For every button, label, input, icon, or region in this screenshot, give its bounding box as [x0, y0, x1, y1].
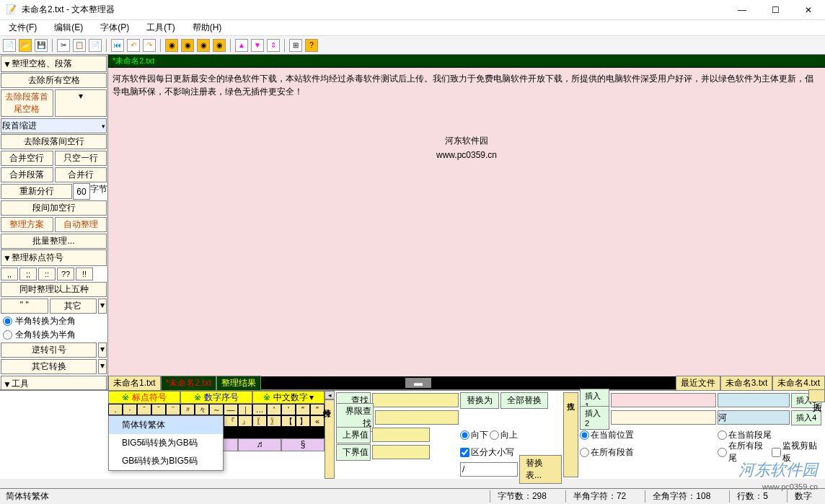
btn-auto-format[interactable]: 自动整理 [55, 217, 107, 232]
rb-cur-end[interactable] [718, 430, 727, 440]
paste-icon[interactable]: 📄 [89, 39, 102, 52]
char-cell[interactable]: ' [281, 404, 296, 415]
cut-icon[interactable]: ✂ [57, 39, 70, 52]
vert-insert-edge[interactable]: 插入 [808, 389, 825, 402]
nav2-icon[interactable]: ◉ [181, 39, 194, 52]
btn-merge-blank[interactable]: 合并空行 [1, 151, 53, 166]
file-tab-3[interactable]: 未命名3.txt [720, 376, 773, 391]
grid-tab-num[interactable]: ※ 数字序号 [180, 391, 252, 404]
char-cell[interactable]: 〖 [252, 415, 267, 427]
input-find[interactable] [372, 393, 459, 407]
dd-indent[interactable]: 段首缩进▾ [1, 118, 107, 133]
file-tab-2[interactable]: *未命名2.txt [161, 376, 216, 391]
btn-merge-para[interactable]: 合并段落 [1, 167, 53, 182]
btn-reverse-quote[interactable]: 逆转引号 [1, 342, 97, 358]
copy-icon[interactable]: 📋 [73, 39, 86, 52]
input-split-bytes[interactable] [73, 183, 90, 200]
btn-add-blank-between[interactable]: 段间加空行 [1, 200, 107, 216]
nav4-icon[interactable]: ◉ [213, 39, 226, 52]
maximize-button[interactable]: ☐ [764, 5, 786, 15]
btn-replace-all[interactable]: 全部替换 [500, 392, 548, 409]
dd-otherconv[interactable]: ▾ [98, 359, 107, 374]
menu-edit[interactable]: 编辑(E) [51, 20, 86, 35]
btn-other-convert[interactable]: 其它转换 [1, 359, 97, 374]
char-cell[interactable]: 『 [224, 415, 238, 427]
rb-pos-all[interactable] [580, 448, 589, 457]
btn-punc-all[interactable]: 同时整理以上五种 [1, 282, 107, 297]
ctx-big5-to-gb[interactable]: BIG5码转换为GB码 [109, 434, 223, 452]
btn-insert2[interactable]: 插入2 [580, 406, 609, 430]
nav1-icon[interactable]: ◉ [165, 39, 178, 52]
input-bfind[interactable] [375, 410, 459, 425]
btn-remove-para-spaces[interactable]: 去除段落首尾空格 [1, 89, 53, 117]
music-cell[interactable]: § [281, 438, 325, 451]
rb-half-to-full[interactable] [3, 317, 12, 326]
char-cell[interactable]: 』 [238, 415, 252, 427]
dd-other[interactable]: ▾ [98, 299, 107, 314]
file-tab-result[interactable]: 整理结果 [216, 376, 261, 391]
char-cell[interactable]: ' [267, 404, 281, 415]
btn-replace-table[interactable]: 替换表... [519, 455, 562, 484]
minimize-button[interactable]: — [731, 5, 753, 15]
section-tools[interactable]: ▼工具 [1, 376, 107, 389]
char-cell[interactable]: ～ [209, 404, 224, 415]
btn-other-punc[interactable]: 其它 [50, 299, 97, 314]
input-ins1[interactable] [611, 393, 716, 407]
input-upper[interactable] [372, 428, 430, 442]
char-cell[interactable]: — [224, 404, 238, 415]
input-lower[interactable] [372, 445, 430, 459]
rb-up[interactable] [490, 430, 499, 440]
dd-revquote[interactable]: ▾ [98, 342, 107, 358]
cb-monitor[interactable] [772, 448, 781, 457]
save-icon[interactable]: 💾 [35, 39, 48, 52]
char-cell[interactable]: 〗 [267, 415, 281, 427]
char-cell[interactable]: … [252, 404, 267, 415]
menu-file[interactable]: 文件(F) [6, 20, 40, 35]
ctx-simp-to-trad[interactable]: 简体转繁体 [109, 416, 223, 434]
punc-exclaim[interactable]: !! [76, 268, 93, 280]
char-cell[interactable]: « [310, 415, 325, 427]
btn-batch[interactable]: 批量整理... [1, 234, 107, 249]
rb-down[interactable] [460, 430, 469, 440]
undo-icon[interactable]: ↶ [127, 39, 140, 52]
char-cell[interactable]: · [123, 404, 137, 415]
btn-remove-all-spaces[interactable]: 去除所有空格 [1, 73, 107, 88]
open-icon[interactable]: 📂 [19, 39, 32, 52]
char-cell[interactable]: " [310, 404, 325, 415]
redo-icon[interactable]: ↷ [143, 39, 156, 52]
sort-icon[interactable]: ⇕ [267, 39, 280, 52]
music-cell[interactable]: ♬ [238, 438, 281, 451]
cb-case[interactable] [460, 448, 469, 457]
rb-all-end[interactable] [718, 448, 727, 457]
char-cell[interactable]: ｜ [238, 404, 252, 415]
rb-full-to-half[interactable] [3, 330, 12, 340]
btn-replace[interactable]: 替换为 [460, 392, 499, 409]
file-tab-4[interactable]: 未命名4.txt [772, 376, 825, 391]
char-cell[interactable]: ˉ [137, 404, 151, 415]
file-tab-1[interactable]: 未命名1.txt [108, 376, 161, 391]
punc-comma[interactable]: ,, [1, 268, 18, 280]
btn-remove-blank-lines[interactable]: 去除段落间空行 [1, 134, 107, 149]
dd-para-spaces[interactable]: ▾ [55, 89, 107, 117]
editor-area[interactable]: 河东软件园每日更新最安全的绿色软件下载，本站软件均经过杀毒软件测试后上传。我们致… [108, 68, 825, 376]
input-ins3-pre[interactable] [718, 393, 790, 407]
btn-scheme[interactable]: 整理方案 [1, 217, 53, 232]
punc-semi[interactable]: ;; [19, 268, 37, 280]
help-icon[interactable]: ? [305, 39, 318, 52]
menu-tool[interactable]: 工具(T) [144, 20, 177, 35]
btn-one-line[interactable]: 只空一行 [55, 151, 107, 166]
grid-tab-punc[interactable]: ※ 标点符号 [108, 391, 180, 404]
close-button[interactable]: ✕ [798, 5, 819, 15]
char-cell[interactable]: . [108, 404, 123, 415]
menu-help[interactable]: 帮助(H) [190, 20, 225, 35]
char-cell[interactable]: ¨ [166, 404, 180, 415]
btn-quotes[interactable]: " " [1, 299, 48, 314]
ctx-gb-to-big5[interactable]: GB码转换为BIG5码 [109, 452, 223, 470]
char-cell[interactable]: 】 [296, 415, 310, 427]
grid-icon[interactable]: ⊞ [289, 39, 302, 52]
char-cell[interactable]: 【 [281, 415, 296, 427]
btn-merge-line[interactable]: 合并行 [55, 167, 107, 182]
vert-find[interactable]: 查找 [563, 392, 578, 477]
rb-pos-cur[interactable] [580, 430, 589, 440]
section-punctuation[interactable]: ▼整理标点符号 [1, 249, 107, 266]
